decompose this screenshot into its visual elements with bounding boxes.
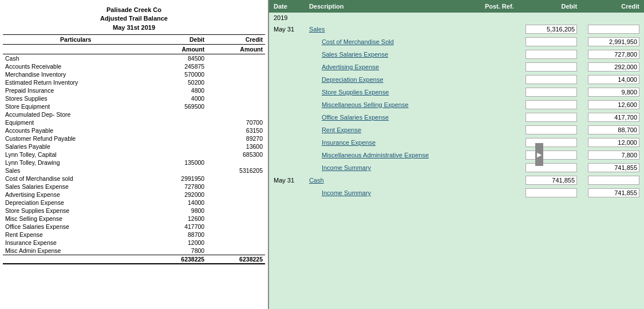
credit-input[interactable] bbox=[588, 75, 639, 84]
total-row: 6238225 6238225 bbox=[3, 255, 265, 264]
postref-cell bbox=[479, 48, 519, 61]
toggle-arrow[interactable]: ▶ bbox=[535, 143, 543, 166]
particulars-cell: Lynn Tolley, Drawing bbox=[3, 159, 148, 167]
debit-input-empty[interactable] bbox=[526, 100, 577, 109]
debit-input[interactable] bbox=[526, 25, 577, 34]
debit-input-empty[interactable] bbox=[526, 88, 577, 97]
description-cell[interactable]: Income Summary bbox=[305, 187, 479, 199]
table-row: Accounts Receivable 245875 bbox=[3, 62, 265, 70]
particulars-cell: Store Equipment bbox=[3, 102, 148, 110]
debit-input-empty[interactable] bbox=[526, 150, 577, 160]
debit-input-empty[interactable] bbox=[526, 75, 577, 84]
description-cell[interactable]: Miscellaneous Selling Expense bbox=[305, 98, 479, 111]
table-row: Depreciation Expense 14000 bbox=[3, 199, 265, 207]
debit-cell: 12600 bbox=[148, 215, 207, 223]
table-row: Estimated Return Inventory 50200 bbox=[3, 78, 265, 86]
debit-input-empty[interactable] bbox=[526, 163, 577, 172]
table-row: Store Supplies Expense 9800 bbox=[3, 207, 265, 215]
credit-cell bbox=[207, 247, 265, 255]
debit-cell bbox=[519, 161, 582, 174]
debit-input-empty[interactable] bbox=[526, 113, 577, 122]
debit-cell bbox=[148, 150, 207, 159]
credit-cell bbox=[582, 61, 644, 73]
credit-cell bbox=[582, 73, 644, 86]
credit-input-empty[interactable] bbox=[588, 176, 639, 185]
description-cell[interactable]: Store Supplies Expense bbox=[305, 86, 479, 98]
particulars-cell: Lynn Tolley, Capital bbox=[3, 150, 148, 159]
list-item: May 31 Sales bbox=[269, 23, 644, 35]
date-cell bbox=[269, 98, 305, 111]
credit-input[interactable] bbox=[588, 113, 639, 122]
list-item: Cost of Merchandise Sold bbox=[269, 35, 644, 48]
debit-cell bbox=[519, 73, 582, 86]
credit-cell bbox=[582, 48, 644, 61]
credit-input[interactable] bbox=[588, 150, 639, 160]
col-debit: Debit bbox=[148, 35, 207, 45]
description-cell[interactable]: Cost of Merchandise Sold bbox=[305, 35, 479, 48]
debit-cell bbox=[519, 61, 582, 73]
postref-cell bbox=[479, 61, 519, 73]
particulars-cell: Misc Admin Expense bbox=[3, 247, 148, 255]
particulars-cell: Advertising Expense bbox=[3, 191, 148, 199]
description-cell[interactable]: Cash bbox=[305, 174, 479, 187]
description-cell[interactable]: Advertising Expense bbox=[305, 61, 479, 73]
date-cell bbox=[269, 124, 305, 136]
description-cell[interactable]: Sales Salaries Expense bbox=[305, 48, 479, 61]
particulars-cell: Prepaid Insurance bbox=[3, 86, 148, 94]
table-row: Customer Refund Payable 89270 bbox=[3, 134, 265, 142]
debit-cell: 2991950 bbox=[148, 175, 207, 183]
credit-cell bbox=[582, 136, 644, 149]
particulars-cell: Rent Expense bbox=[3, 231, 148, 239]
credit-input[interactable] bbox=[588, 163, 639, 172]
particulars-cell: Stores Supplies bbox=[3, 94, 148, 102]
credit-cell bbox=[207, 183, 265, 191]
debit-cell bbox=[519, 111, 582, 124]
postref-cell bbox=[479, 149, 519, 161]
description-cell[interactable]: Depreciation Expense bbox=[305, 73, 479, 86]
credit-cell bbox=[207, 159, 265, 167]
debit-cell: 12000 bbox=[148, 239, 207, 247]
particulars-cell: Salaries Payable bbox=[3, 142, 148, 150]
debit-cell: 570000 bbox=[148, 70, 207, 78]
col-particulars-sub bbox=[3, 45, 148, 54]
credit-cell bbox=[582, 149, 644, 161]
col-amount-credit: Amount bbox=[207, 45, 265, 54]
list-item: May 31 Cash bbox=[269, 174, 644, 187]
description-cell[interactable]: Income Summary bbox=[305, 161, 479, 174]
credit-input[interactable] bbox=[588, 188, 639, 197]
description-cell[interactable]: Office Salaries Expense bbox=[305, 111, 479, 124]
credit-input[interactable] bbox=[588, 88, 639, 97]
debit-input-empty[interactable] bbox=[526, 188, 577, 197]
debit-input-empty[interactable] bbox=[526, 50, 577, 59]
credit-input[interactable] bbox=[588, 125, 639, 134]
credit-input[interactable] bbox=[588, 62, 639, 72]
credit-input[interactable] bbox=[588, 138, 639, 147]
debit-input[interactable] bbox=[526, 176, 577, 185]
debit-input-empty[interactable] bbox=[526, 125, 577, 134]
debit-input-empty[interactable] bbox=[526, 62, 577, 72]
particulars-cell: Accounts Payable bbox=[3, 126, 148, 134]
postref-cell bbox=[479, 136, 519, 149]
description-cell[interactable]: Sales bbox=[305, 23, 479, 35]
credit-cell bbox=[207, 231, 265, 239]
list-item: Sales Salaries Expense bbox=[269, 48, 644, 61]
debit-input-empty[interactable] bbox=[526, 138, 577, 147]
debit-input-empty[interactable] bbox=[526, 37, 577, 46]
table-row: Prepaid Insurance 4800 bbox=[3, 86, 265, 94]
list-item: Office Salaries Expense bbox=[269, 111, 644, 124]
credit-cell bbox=[207, 175, 265, 183]
postref-cell bbox=[479, 98, 519, 111]
credit-input[interactable] bbox=[588, 50, 639, 59]
credit-input[interactable] bbox=[588, 37, 639, 46]
table-row: Insurance Expense 12000 bbox=[3, 239, 265, 247]
description-cell[interactable]: Miscellaneous Administrative Expense bbox=[305, 149, 479, 161]
description-cell[interactable]: Rent Expense bbox=[305, 124, 479, 136]
description-cell[interactable]: Insurance Expense bbox=[305, 136, 479, 149]
table-row: Rent Expense 88700 bbox=[3, 231, 265, 239]
table-row: Accumulated Dep- Store bbox=[3, 110, 265, 118]
credit-input[interactable] bbox=[588, 100, 639, 109]
credit-input-empty[interactable] bbox=[588, 25, 639, 34]
particulars-cell: Insurance Expense bbox=[3, 239, 148, 247]
debit-cell bbox=[148, 118, 207, 126]
table-row: Stores Supplies 4000 bbox=[3, 94, 265, 102]
